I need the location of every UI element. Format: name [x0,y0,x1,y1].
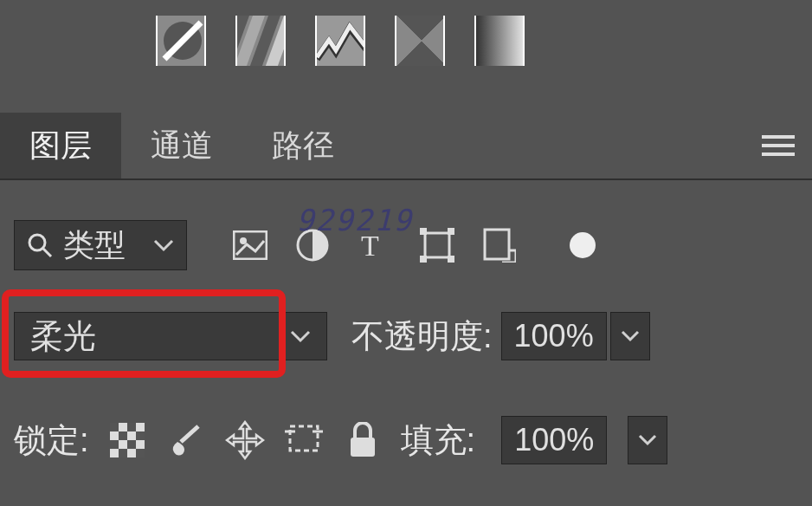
preset-tri-thumb[interactable] [395,16,445,66]
blend-row: 柔光 不透明度: 100% [0,293,812,380]
blend-mode-value: 柔光 [30,315,96,359]
watermark-text: 929219 [296,203,413,237]
opacity-value-field[interactable]: 100% [501,312,607,360]
filter-toggle[interactable] [570,232,596,258]
search-type-label: 类型 [63,224,126,267]
svg-rect-38 [136,449,145,457]
preset-grad2-thumb[interactable] [474,16,525,66]
lock-transparent-icon[interactable] [106,419,148,461]
svg-rect-35 [110,440,119,449]
chevron-down-icon [290,329,311,343]
lock-artboard-icon[interactable] [283,419,325,461]
tab-channels[interactable]: 通道 [121,113,242,178]
opacity-label: 不透明度: [351,315,493,359]
svg-rect-42 [351,438,375,457]
preset-pattern-thumb[interactable] [315,16,365,66]
svg-rect-26 [448,228,454,235]
lock-move-icon[interactable] [224,419,266,461]
search-icon [27,232,53,258]
svg-rect-24 [425,233,449,257]
lock-brush-icon[interactable] [165,419,207,461]
search-type-dropdown[interactable]: 类型 [14,220,187,270]
svg-rect-37 [119,449,127,457]
panel-tabs: 图层 通道 路径 [0,113,812,180]
filter-shape-icon[interactable] [419,227,455,263]
svg-rect-34 [136,431,145,440]
svg-point-18 [29,235,45,250]
filter-smart-icon[interactable] [481,227,518,263]
svg-rect-36 [127,440,136,449]
svg-rect-31 [110,423,119,431]
lock-all-icon[interactable] [342,419,383,461]
fill-value-field[interactable]: 100% [501,416,607,464]
filter-type-icons: T [232,227,596,263]
lock-row: 锁定: 填充: 100% [14,416,802,464]
svg-rect-27 [420,256,427,263]
fill-label: 填充: [401,418,476,463]
svg-rect-14 [476,16,523,66]
tab-layers[interactable]: 图层 [0,113,121,178]
fill-dropdown[interactable] [628,416,667,464]
panel-menu-icon[interactable] [744,113,812,178]
svg-rect-32 [127,423,136,431]
svg-rect-33 [119,431,127,440]
svg-point-21 [240,237,247,244]
chevron-down-icon [621,330,640,342]
svg-rect-29 [485,230,509,259]
svg-rect-25 [420,228,427,235]
svg-rect-39 [290,426,318,451]
opacity-dropdown[interactable] [610,312,650,360]
preset-gradient-thumb[interactable] [235,16,286,66]
filter-pixel-icon[interactable] [232,227,268,263]
blend-mode-dropdown[interactable]: 柔光 [14,312,327,360]
preset-solid-thumb[interactable] [156,16,206,66]
svg-rect-28 [448,256,454,263]
tab-paths[interactable]: 路径 [242,113,364,178]
lock-label: 锁定: [14,418,89,463]
preset-row [156,16,525,66]
chevron-down-icon [638,434,657,446]
svg-line-19 [43,249,51,256]
chevron-down-icon [153,238,174,252]
